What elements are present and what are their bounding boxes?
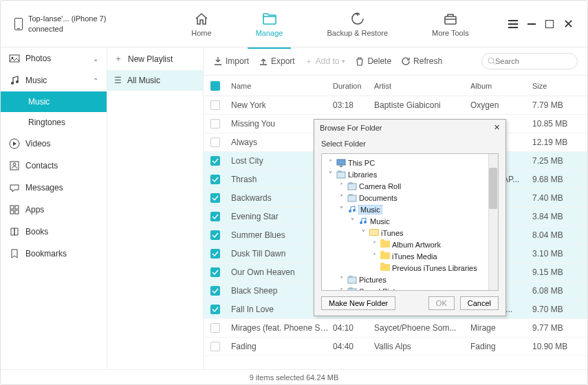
table-row[interactable]: Mirages (feat. Phoene Somsavath)04:10Say… (204, 319, 587, 338)
row-checkbox[interactable] (210, 119, 220, 129)
menu-icon[interactable] (508, 20, 518, 28)
tree-twisty[interactable]: ˃ (337, 182, 345, 190)
row-checkbox[interactable] (210, 156, 220, 166)
tree-node[interactable]: Previous iTunes Libraries (323, 262, 497, 274)
table-row[interactable]: Fading04:40Vallis AlpsFading10.90 MB (204, 338, 587, 356)
sidebar-label: Videos (25, 139, 50, 148)
tree-icon (369, 229, 379, 237)
row-checkbox[interactable] (210, 286, 220, 296)
playlist-item[interactable]: ＋New Playlist (107, 47, 203, 70)
row-checkbox[interactable] (210, 249, 220, 258)
tree-node[interactable]: ˅Libraries (323, 168, 497, 180)
add-to-button[interactable]: ＋ Add to ▾ (305, 56, 346, 67)
tree-twisty[interactable]: ˃ (370, 252, 378, 260)
col-album[interactable]: Album (470, 82, 532, 90)
minimize-button[interactable] (527, 23, 536, 25)
table-row[interactable]: New York03:18Baptiste GiabiconiOxygen7.7… (204, 96, 587, 115)
tree-node[interactable]: ˅iTunes (323, 227, 497, 239)
tree-twisty[interactable]: ˅ (337, 206, 345, 213)
cell-size: 9.70 MB (532, 305, 580, 314)
row-checkbox[interactable] (210, 212, 220, 221)
tab-backup[interactable]: Backup & Restore (318, 6, 396, 43)
row-checkbox[interactable] (210, 267, 220, 277)
row-checkbox[interactable] (210, 100, 220, 110)
dialog-close-button[interactable]: ✕ (494, 123, 500, 132)
tree-twisty[interactable]: ˃ (337, 194, 345, 201)
tree-node[interactable]: ˃Documents (323, 192, 497, 204)
tree-node[interactable]: ˃Camera Roll (323, 180, 497, 192)
tab-home[interactable]: Home (183, 6, 219, 43)
row-checkbox[interactable] (210, 342, 220, 351)
sidebar-item-messages[interactable]: Messages (1, 177, 107, 199)
folder-tree[interactable]: ˃This PC˅Libraries˃Camera Roll˃Documents… (321, 153, 499, 291)
search-input[interactable] (495, 57, 571, 65)
col-size[interactable]: Size (532, 82, 580, 90)
tree-twisty[interactable]: ˅ (348, 217, 356, 225)
tree-node[interactable]: ˅Music (323, 215, 497, 227)
cancel-button[interactable]: Cancel (460, 296, 499, 310)
col-name[interactable]: Name (231, 82, 333, 90)
make-new-folder-button[interactable]: Make New Folder (321, 296, 395, 310)
sidebar-item-books[interactable]: Books (1, 221, 107, 243)
sidebar-item-bookmarks[interactable]: Bookmarks (1, 243, 107, 265)
plus-icon: ＋ (305, 56, 313, 67)
tree-node[interactable]: ˅Music (323, 204, 497, 215)
sidebar-item-apps[interactable]: Apps (1, 199, 107, 221)
refresh-button[interactable]: Refresh (401, 56, 442, 66)
sidebar-label: Music (28, 97, 50, 107)
close-button[interactable]: ✕ (563, 18, 574, 30)
tree-node[interactable]: ˃Pictures (323, 274, 497, 285)
tree-label: Music (370, 217, 390, 226)
tree-label: iTunes (381, 229, 404, 237)
book-icon (9, 226, 20, 237)
tools-icon (443, 11, 458, 26)
table-header: Name Duration Artist Album Size (204, 76, 587, 96)
row-checkbox[interactable] (210, 138, 220, 147)
cell-artist: Saycet/Phoene Som... (374, 323, 470, 333)
tree-twisty[interactable]: ˃ (370, 241, 378, 248)
tab-tools[interactable]: More Tools (424, 6, 477, 43)
sidebar-item-videos[interactable]: Videos (1, 133, 107, 155)
sidebar-item-music[interactable]: Music⌃ (1, 69, 107, 91)
tree-twisty[interactable]: ˅ (326, 170, 334, 178)
col-duration[interactable]: Duration (333, 82, 374, 90)
tree-icon (358, 217, 368, 226)
tree-node[interactable]: ˃This PC (323, 157, 497, 168)
tree-twisty[interactable]: ˃ (326, 159, 334, 166)
import-button[interactable]: Import (213, 56, 249, 66)
ok-button[interactable]: OK (428, 296, 455, 310)
tree-twisty[interactable]: ˃ (337, 287, 345, 291)
export-button[interactable]: Export (259, 56, 295, 66)
search-input-wrapper[interactable] (481, 53, 578, 69)
chevron-down-icon: ⌄ (93, 55, 98, 63)
row-checkbox[interactable] (210, 323, 220, 333)
row-checkbox[interactable] (210, 175, 220, 184)
svg-rect-0 (445, 16, 456, 24)
cell-duration: 04:40 (333, 342, 374, 351)
playlist-item[interactable]: ☰All Music (107, 70, 203, 91)
delete-button[interactable]: Delete (355, 56, 391, 66)
select-all-checkbox[interactable] (210, 81, 220, 91)
tree-scrollbar[interactable] (488, 154, 498, 290)
row-checkbox[interactable] (210, 305, 220, 314)
tab-manage[interactable]: Manage (248, 6, 292, 43)
home-icon (194, 11, 209, 26)
tree-scroll-thumb[interactable] (489, 168, 497, 209)
cell-size: 12.19 MB (532, 138, 580, 147)
sidebar-item-music[interactable]: Music (1, 91, 107, 112)
sidebar-item-contacts[interactable]: Contacts (1, 155, 107, 177)
tree-twisty[interactable]: ˅ (359, 229, 367, 236)
col-artist[interactable]: Artist (374, 82, 470, 90)
tree-node[interactable]: ˃Album Artwork (323, 239, 497, 250)
sidebar-item-photos[interactable]: Photos⌄ (1, 47, 107, 69)
cell-size: 7.25 MB (532, 156, 580, 166)
tree-twisty[interactable]: ˃ (337, 276, 345, 283)
row-checkbox[interactable] (210, 193, 220, 203)
device-info[interactable]: Top-Ianse'... (iPhone 7) connected (14, 14, 152, 34)
maximize-button[interactable] (545, 20, 554, 28)
sidebar-item-ringtones[interactable]: Ringtones (1, 112, 107, 133)
cell-name: Mirages (feat. Phoene Somsavath) (231, 323, 333, 333)
row-checkbox[interactable] (210, 230, 220, 240)
tree-node[interactable]: ˃iTunes Media (323, 250, 497, 262)
tree-node[interactable]: ˃Saved Pictures (323, 285, 497, 291)
